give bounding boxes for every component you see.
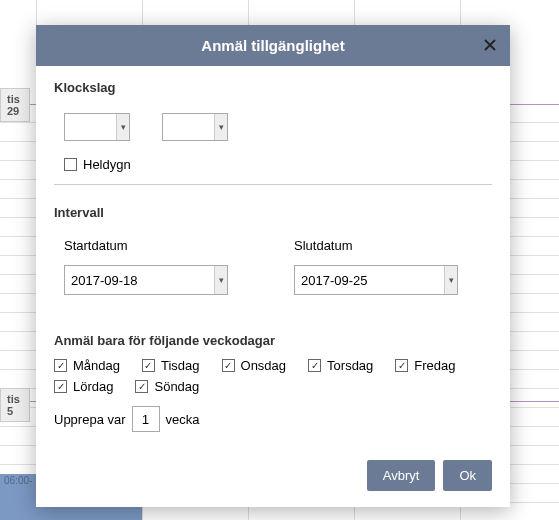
weekday-checkbox-friday[interactable] <box>395 359 408 372</box>
repeat-input[interactable] <box>132 406 160 432</box>
weekday-checkbox-wednesday[interactable] <box>222 359 235 372</box>
close-icon[interactable] <box>480 35 500 55</box>
day-header-mid: tis 5 <box>0 388 30 422</box>
availability-dialog: Anmäl tillgänglighet Klockslag ▾ ▾ Heldy… <box>36 25 510 507</box>
heldygn-checkbox[interactable] <box>64 158 77 171</box>
weekday-checkbox-monday[interactable] <box>54 359 67 372</box>
intervall-label: Intervall <box>54 205 492 220</box>
weekday-label: Fredag <box>414 358 455 373</box>
startdatum-label: Startdatum <box>64 238 228 253</box>
weekday-label: Söndag <box>154 379 199 394</box>
startdatum-select[interactable]: 2017-09-18 ▾ <box>64 265 228 295</box>
weekday-label: Lördag <box>73 379 113 394</box>
weekday-label: Tisdag <box>161 358 200 373</box>
chevron-down-icon: ▾ <box>214 114 227 140</box>
weekday-label: Måndag <box>73 358 120 373</box>
dialog-title: Anmäl tillgänglighet <box>50 37 496 54</box>
ok-button[interactable]: Ok <box>443 460 492 491</box>
dialog-header: Anmäl tillgänglighet <box>36 25 510 66</box>
slutdatum-select[interactable]: 2017-09-25 ▾ <box>294 265 458 295</box>
weekday-checkbox-saturday[interactable] <box>54 380 67 393</box>
weekdays-header: Anmäl bara för följande veckodagar <box>54 333 492 348</box>
weekday-label: Torsdag <box>327 358 373 373</box>
slutdatum-label: Slutdatum <box>294 238 458 253</box>
repeat-suffix: vecka <box>166 412 200 427</box>
klockslag-label: Klockslag <box>54 80 492 95</box>
heldygn-label: Heldygn <box>83 157 131 172</box>
weekday-label: Onsdag <box>241 358 287 373</box>
repeat-prefix: Upprepa var <box>54 412 126 427</box>
divider <box>54 184 492 185</box>
chevron-down-icon: ▾ <box>214 266 227 294</box>
time-label: 06:00- <box>4 475 32 486</box>
chevron-down-icon: ▾ <box>444 266 457 294</box>
cancel-button[interactable]: Avbryt <box>367 460 436 491</box>
weekday-checkbox-thursday[interactable] <box>308 359 321 372</box>
chevron-down-icon: ▾ <box>116 114 129 140</box>
time-from-select[interactable]: ▾ <box>64 113 130 141</box>
weekday-checkbox-tuesday[interactable] <box>142 359 155 372</box>
weekday-checkbox-sunday[interactable] <box>135 380 148 393</box>
time-to-select[interactable]: ▾ <box>162 113 228 141</box>
day-header-top: tis 29 <box>0 88 30 122</box>
